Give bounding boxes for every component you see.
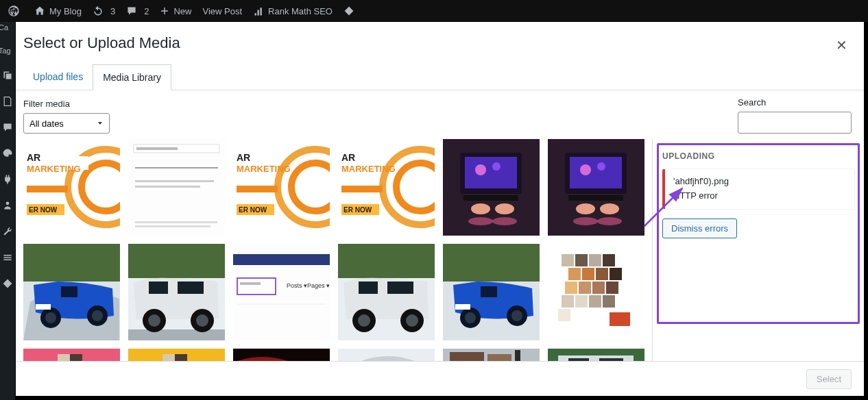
media-thumbnail[interactable]: ARMARKETINGER NOW [338, 139, 435, 236]
comments-icon[interactable] [2, 122, 13, 133]
new-link[interactable]: New [154, 0, 197, 22]
svg-rect-39 [463, 195, 518, 201]
svg-rect-94 [562, 254, 574, 266]
svg-point-91 [511, 310, 522, 321]
tab-media-library[interactable]: Media Library [93, 64, 171, 90]
users-icon[interactable] [2, 200, 13, 211]
media-modal: Select or Upload Media ✕ Upload files Me… [16, 22, 864, 396]
comments-count: 2 [144, 6, 149, 16]
media-grid-scroll[interactable]: ARMARKETINGER NOW ARMARKETINGER NOW ARMA… [16, 139, 652, 361]
svg-rect-111 [610, 312, 630, 326]
rank-math-link[interactable]: Rank Math SEO [248, 0, 338, 22]
svg-rect-16 [135, 221, 217, 223]
sidebar-item-tags[interactable]: Tag [0, 47, 14, 55]
svg-rect-122 [450, 352, 484, 361]
search-input[interactable] [738, 112, 852, 134]
svg-point-51 [600, 203, 619, 214]
error-filename: 'ahdfjhf'0).png [673, 176, 846, 186]
media-thumbnail[interactable] [548, 139, 644, 236]
svg-point-40 [471, 203, 490, 214]
media-thumbnail[interactable] [128, 349, 225, 361]
media-thumbnail[interactable] [128, 139, 225, 236]
svg-rect-55 [23, 244, 120, 282]
tools-icon[interactable] [2, 226, 13, 237]
media-thumbnail[interactable]: ARMARKETINGER NOW [233, 139, 330, 236]
wp-logo[interactable] [3, 0, 29, 22]
svg-point-69 [196, 314, 208, 327]
svg-rect-108 [589, 295, 601, 308]
svg-rect-97 [603, 254, 615, 266]
svg-rect-87 [481, 286, 497, 297]
media-grid: ARMARKETINGER NOW ARMARKETINGER NOW ARMA… [23, 139, 647, 361]
uploading-heading: UPLOADING [662, 151, 854, 161]
error-message: HTTP error [673, 190, 846, 201]
svg-rect-99 [582, 268, 594, 280]
svg-point-43 [492, 217, 517, 225]
svg-rect-49 [568, 195, 623, 201]
pages-icon[interactable] [2, 96, 13, 107]
media-thumbnail[interactable] [338, 349, 435, 361]
comments-link[interactable]: 2 [121, 0, 154, 22]
wp-admin-toolbar: My Blog 3 2 New View Post Rank Math SEO [0, 0, 868, 22]
svg-rect-95 [575, 254, 588, 266]
view-post-link[interactable]: View Post [197, 0, 248, 22]
svg-point-67 [148, 314, 160, 327]
svg-rect-100 [596, 268, 608, 280]
svg-rect-128 [599, 358, 623, 361]
sidebar-item-categories[interactable]: Ca [0, 23, 14, 32]
upload-panel: UPLOADING 'ahdfjhf'0).png HTTP error Dis… [652, 139, 864, 361]
svg-rect-117 [175, 354, 187, 361]
svg-rect-36 [465, 157, 517, 188]
media-thumbnail[interactable] [338, 244, 435, 340]
svg-text:AR: AR [237, 152, 250, 163]
media-thumbnail[interactable] [443, 349, 540, 361]
updates-link[interactable]: 3 [87, 0, 121, 22]
svg-rect-107 [575, 295, 588, 308]
svg-rect-23 [237, 186, 278, 192]
plugin-icon[interactable] [338, 0, 364, 22]
svg-text:Pages ▾: Pages ▾ [307, 282, 330, 289]
svg-rect-123 [487, 354, 511, 361]
media-thumbnail[interactable] [548, 244, 644, 340]
media-icon[interactable] [2, 70, 13, 81]
media-thumbnail[interactable] [233, 349, 330, 361]
svg-rect-63 [128, 244, 225, 278]
select-button[interactable]: Select [806, 369, 852, 389]
svg-text:ER NOW: ER NOW [29, 206, 58, 214]
generic-icon[interactable] [2, 278, 13, 289]
svg-point-82 [358, 314, 370, 327]
media-thumbnail[interactable] [23, 349, 120, 361]
svg-text:ER NOW: ER NOW [239, 206, 267, 214]
media-thumbnail[interactable] [443, 139, 540, 236]
plugins-icon[interactable] [2, 174, 13, 185]
media-thumbnail[interactable] [443, 244, 540, 340]
svg-rect-103 [579, 282, 591, 294]
media-thumbnail[interactable] [23, 244, 120, 340]
date-filter-select[interactable]: All dates [23, 113, 110, 134]
settings-icon[interactable] [2, 252, 13, 263]
svg-rect-96 [589, 254, 601, 266]
media-thumbnail[interactable] [548, 349, 644, 361]
media-thumbnail[interactable]: ARMARKETINGER NOW [23, 139, 120, 236]
media-thumbnail[interactable] [128, 244, 225, 340]
svg-point-84 [406, 314, 418, 327]
svg-text:ER NOW: ER NOW [343, 206, 372, 214]
svg-rect-110 [558, 309, 570, 321]
modal-footer: Select [16, 361, 864, 396]
dismiss-errors-button[interactable]: Dismiss errors [662, 218, 737, 238]
wp-admin-sidebar: Ca Tag [0, 22, 15, 400]
tab-upload-files[interactable]: Upload files [23, 64, 93, 90]
refresh-icon [93, 5, 104, 16]
close-button[interactable]: ✕ [833, 34, 850, 56]
media-thumbnail[interactable]: Posts ▾Pages ▾ [233, 244, 330, 340]
svg-text:AR: AR [341, 152, 355, 163]
filter-label: Filter media [23, 99, 110, 109]
svg-point-50 [576, 203, 595, 214]
wordpress-icon [8, 5, 19, 16]
svg-rect-105 [606, 282, 618, 294]
svg-point-42 [468, 217, 493, 225]
home-icon [34, 5, 45, 16]
site-link[interactable]: My Blog [29, 0, 87, 22]
svg-rect-98 [568, 268, 581, 280]
appearance-icon[interactable] [2, 148, 13, 159]
